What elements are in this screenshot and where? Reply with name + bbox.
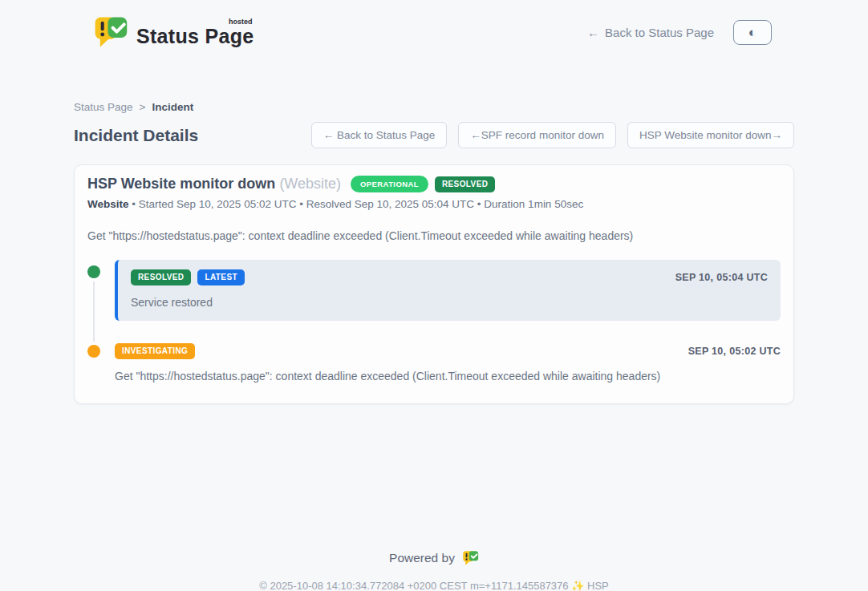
back-to-status-page-button[interactable]: ← Back to Status Page	[311, 122, 448, 148]
timeline-event-panel: RESOLVED LATEST SEP 10, 05:04 UTC Servic…	[115, 260, 781, 321]
powered-by-link[interactable]: Powered by	[389, 550, 479, 566]
incident-nav-buttons: ← Back to Status Page ←SPF record monito…	[311, 122, 794, 148]
incident-component: (Website)	[279, 176, 341, 192]
incident-title: HSP Website monitor down (Website)	[87, 176, 341, 192]
copyright-text: © 2025-10-08 14:10:34.772084 +0200 CEST …	[0, 580, 868, 591]
brand-name: Status Page	[136, 26, 254, 47]
timeline-dot-orange-icon	[87, 345, 100, 358]
next-incident-button[interactable]: HSP Website monitor down→	[627, 122, 794, 148]
meta-bullet: •	[477, 198, 481, 210]
header-back-link-label: Back to Status Page	[605, 26, 714, 39]
powered-by-label: Powered by	[389, 551, 455, 565]
meta-bullet: •	[132, 198, 136, 210]
breadcrumb-status-page-link[interactable]: Status Page	[74, 101, 133, 113]
main-content: Status Page > Incident Incident Details …	[74, 101, 794, 404]
breadcrumb: Status Page > Incident	[74, 101, 794, 113]
status-page-logo-icon	[93, 15, 128, 49]
timeline-event-message: Service restored	[131, 296, 768, 309]
header: hosted Status Page ← Back to Status Page…	[0, 0, 868, 51]
incident-meta-duration: Duration 1min 50sec	[484, 198, 583, 210]
footer: Powered by © 2025-10-08 14:10:34.772084 …	[0, 550, 868, 591]
incident-meta: Website • Started Sep 10, 2025 05:02 UTC…	[87, 198, 781, 210]
timeline-dot-green-icon	[87, 265, 100, 278]
incident-meta-component: Website	[87, 198, 129, 210]
breadcrumb-separator-icon: >	[140, 101, 146, 113]
brand-logo[interactable]: hosted Status Page	[93, 15, 254, 49]
timeline-event-timestamp: SEP 10, 05:02 UTC	[688, 346, 781, 357]
theme-toggle-button[interactable]: ◐	[733, 20, 772, 45]
timeline-latest-badge: LATEST	[197, 269, 245, 285]
breadcrumb-current: Incident	[152, 101, 193, 113]
header-back-to-status-page-link[interactable]: ← Back to Status Page	[587, 26, 714, 39]
operational-status-badge: OPERATIONAL	[351, 176, 428, 192]
page-title: Incident Details	[74, 126, 198, 145]
timeline-investigating-badge: INVESTIGATING	[115, 343, 195, 359]
incident-card-header: HSP Website monitor down (Website) OPERA…	[87, 176, 781, 192]
header-actions: ← Back to Status Page ◐	[587, 20, 772, 45]
timeline-event-investigating: INVESTIGATING SEP 10, 05:02 UTC Get "htt…	[87, 343, 781, 383]
incident-meta-started: Started Sep 10, 2025 05:02 UTC	[139, 198, 297, 210]
timeline-event-resolved: RESOLVED LATEST SEP 10, 05:04 UTC Servic…	[87, 260, 781, 321]
meta-bullet: •	[299, 198, 303, 210]
prev-incident-button[interactable]: ←SPF record monitor down	[458, 122, 616, 148]
incident-timeline: RESOLVED LATEST SEP 10, 05:04 UTC Servic…	[87, 260, 781, 383]
timeline-event-body: INVESTIGATING SEP 10, 05:02 UTC Get "htt…	[115, 343, 781, 383]
timeline-event-message: Get "https://hostedstatus.page": context…	[115, 370, 781, 383]
half-circle-icon: ◐	[748, 26, 756, 39]
incident-card: HSP Website monitor down (Website) OPERA…	[74, 164, 794, 404]
left-arrow-icon: ←	[587, 26, 599, 39]
powered-by-logo-icon	[462, 550, 479, 566]
incident-meta-resolved: Resolved Sep 10, 2025 05:04 UTC	[306, 198, 474, 210]
resolved-status-badge: RESOLVED	[435, 176, 495, 192]
incident-description: Get "https://hostedstatus.page": context…	[87, 229, 781, 242]
brand-logo-text: hosted Status Page	[136, 18, 254, 47]
timeline-event-timestamp: SEP 10, 05:04 UTC	[675, 272, 768, 283]
timeline-resolved-badge: RESOLVED	[131, 269, 191, 285]
title-row: Incident Details ← Back to Status Page ←…	[74, 122, 794, 148]
